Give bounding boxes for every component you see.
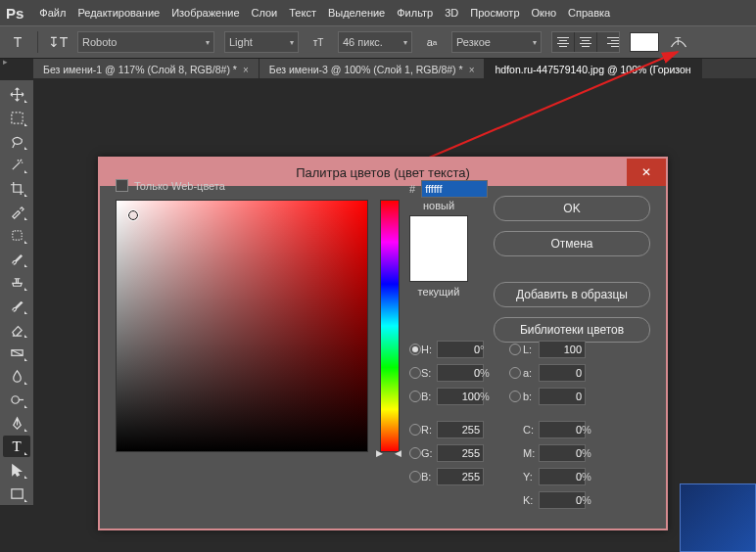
svg-rect-1 <box>11 112 22 122</box>
tab-doc-2[interactable]: Без имени-3 @ 100% (Слой 1, RGB/8#) *× <box>260 59 486 80</box>
input-g[interactable] <box>437 444 484 462</box>
lasso-tool[interactable] <box>3 130 30 152</box>
text-align-group <box>551 31 620 53</box>
hue-slider[interactable] <box>380 200 400 452</box>
brush-tool[interactable] <box>3 248 30 269</box>
menu-edit[interactable]: Редактирование <box>77 7 160 19</box>
radio-r[interactable] <box>409 424 421 436</box>
radio-g[interactable] <box>409 447 421 459</box>
cancel-button[interactable]: Отмена <box>494 231 650 256</box>
eyedropper-tool[interactable] <box>3 201 30 222</box>
radio-s[interactable] <box>409 367 421 379</box>
menu-view[interactable]: Просмотр <box>470 7 519 19</box>
panel-handle-icon[interactable]: ▸ <box>0 57 10 67</box>
menu-type[interactable]: Текст <box>289 7 316 19</box>
magic-wand-tool[interactable] <box>3 154 30 175</box>
hex-input[interactable] <box>421 180 488 198</box>
input-a[interactable] <box>539 364 586 382</box>
current-color-label: текущий <box>409 286 468 298</box>
input-b-hsb[interactable] <box>437 388 484 405</box>
gradient-tool[interactable] <box>3 342 30 363</box>
chevron-down-icon: ▾ <box>206 38 210 47</box>
text-orientation-icon[interactable]: ↧T <box>48 32 68 52</box>
move-tool[interactable] <box>3 83 30 105</box>
input-h[interactable] <box>437 341 484 358</box>
input-m[interactable] <box>539 444 586 462</box>
close-icon[interactable]: × <box>243 65 249 75</box>
menu-filter[interactable]: Фильтр <box>397 7 433 19</box>
menu-help[interactable]: Справка <box>568 7 610 19</box>
unit-percent: % <box>582 424 599 436</box>
label-b-rgb: B: <box>421 471 437 483</box>
sb-picker-cursor[interactable] <box>128 210 138 220</box>
input-c[interactable] <box>539 421 586 438</box>
input-b-rgb[interactable] <box>437 468 484 485</box>
rectangle-tool[interactable] <box>3 483 30 504</box>
radio-h[interactable] <box>409 344 421 355</box>
color-picker-dialog: Палитра цветов (цвет текста) ✕ ▶◀ новый … <box>98 157 668 530</box>
path-selection-tool[interactable] <box>3 459 30 481</box>
web-colors-checkbox[interactable] <box>116 179 128 192</box>
ok-button[interactable]: OK <box>494 196 650 221</box>
radio-a[interactable] <box>509 367 521 379</box>
radio-b-rgb[interactable] <box>409 471 421 483</box>
blur-tool[interactable] <box>3 365 30 387</box>
color-value-fields: H:° L: S:% a: B:% b: R: C:% G: M:% B: Y:… <box>409 341 599 509</box>
input-s[interactable] <box>437 364 484 382</box>
input-b-lab[interactable] <box>539 388 586 405</box>
unit-percent: % <box>582 471 599 483</box>
healing-brush-tool[interactable] <box>3 224 30 246</box>
font-size-icon: тT <box>308 32 328 52</box>
eraser-tool[interactable] <box>3 318 30 340</box>
dodge-tool[interactable] <box>3 389 30 410</box>
divider <box>37 31 38 53</box>
svg-rect-5 <box>11 488 22 497</box>
tab-doc-3[interactable]: hdfon.ru-447579140.jpg @ 100% (Горизон <box>485 59 701 80</box>
tab-label: hdfon.ru-447579140.jpg @ 100% (Горизон <box>495 64 690 75</box>
menu-layer[interactable]: Слои <box>252 7 278 19</box>
radio-l[interactable] <box>509 344 521 355</box>
navigator-thumbnail <box>680 483 756 552</box>
menu-image[interactable]: Изображение <box>171 7 239 19</box>
history-brush-tool[interactable] <box>3 295 30 316</box>
type-tool-icon: T <box>8 32 27 52</box>
antialias-icon: aa <box>422 32 442 52</box>
menu-window[interactable]: Окно <box>532 7 557 19</box>
add-to-swatches-button[interactable]: Добавить в образцы <box>494 282 650 307</box>
marquee-tool[interactable] <box>3 107 30 128</box>
align-left-button[interactable] <box>552 32 575 52</box>
pen-tool[interactable] <box>3 412 30 434</box>
input-r[interactable] <box>437 421 484 438</box>
input-l[interactable] <box>539 341 586 358</box>
font-style-dropdown[interactable]: Light▾ <box>224 31 299 53</box>
chevron-down-icon: ▾ <box>290 38 294 47</box>
type-tool[interactable]: T <box>3 436 30 457</box>
clone-stamp-tool[interactable] <box>3 271 30 293</box>
radio-b-hsb[interactable] <box>409 391 421 402</box>
radio-b-lab[interactable] <box>509 391 521 402</box>
font-size-dropdown[interactable]: 46 пикс.▾ <box>338 31 412 53</box>
close-icon[interactable]: × <box>469 65 475 75</box>
menu-file[interactable]: Файл <box>39 7 66 19</box>
color-libraries-button[interactable]: Библиотеки цветов <box>494 317 650 343</box>
hue-slider-marker[interactable]: ▶◀ <box>376 448 402 458</box>
text-color-swatch[interactable] <box>630 32 659 52</box>
input-k[interactable] <box>539 491 586 509</box>
font-family-dropdown[interactable]: Roboto▾ <box>77 31 214 53</box>
menu-bar: Ps Файл Редактирование Изображение Слои … <box>0 0 756 25</box>
input-y[interactable] <box>539 468 586 485</box>
tab-doc-1[interactable]: Без имени-1 @ 117% (Слой 8, RGB/8#) *× <box>33 59 260 80</box>
tab-label: Без имени-1 @ 117% (Слой 8, RGB/8#) * <box>43 64 237 75</box>
options-bar: T ↧T Roboto▾ Light▾ тT 46 пикс.▾ aa Резк… <box>0 25 756 59</box>
menu-3d[interactable]: 3D <box>445 7 458 19</box>
warp-text-icon[interactable]: T <box>669 32 688 52</box>
crop-tool[interactable] <box>3 177 30 199</box>
close-button[interactable]: ✕ <box>627 159 666 186</box>
align-right-button[interactable] <box>597 32 619 52</box>
new-current-swatch[interactable] <box>409 215 468 282</box>
antialias-dropdown[interactable]: Резкое▾ <box>451 31 542 53</box>
label-a: a: <box>523 367 539 379</box>
menu-select[interactable]: Выделение <box>328 7 385 19</box>
align-center-button[interactable] <box>575 32 597 52</box>
saturation-brightness-field[interactable] <box>116 200 368 452</box>
